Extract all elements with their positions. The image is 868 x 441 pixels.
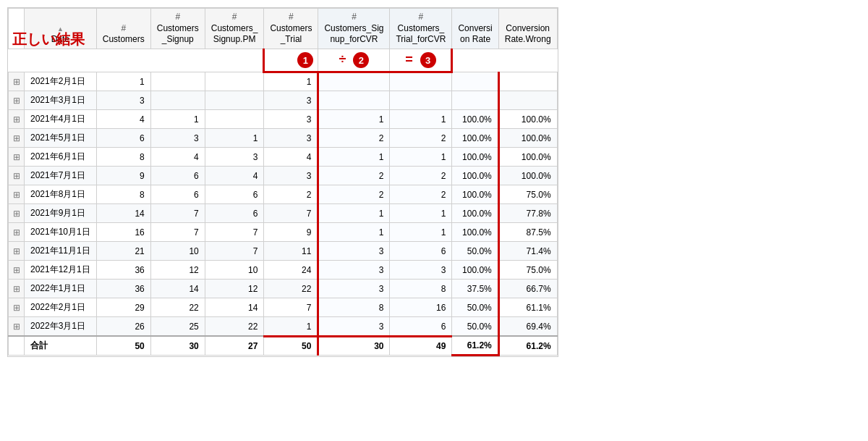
expander-cell[interactable]: ⊞: [9, 129, 25, 148]
expander-cell[interactable]: ⊞: [9, 280, 25, 298]
expander-cell[interactable]: ⊞: [9, 148, 25, 167]
date-cell: 2022年3月1日: [25, 317, 97, 337]
data-cell: 14: [96, 204, 150, 223]
expander-cell[interactable]: ⊞: [9, 185, 25, 204]
expander-cell[interactable]: ⊞: [9, 72, 25, 91]
data-cell: 12: [205, 280, 264, 298]
data-cell: 3: [205, 148, 264, 167]
data-cell: 37.5%: [452, 280, 498, 298]
data-cell: 7: [264, 298, 318, 317]
data-cell: 3: [318, 317, 390, 337]
expander-cell[interactable]: ⊞: [9, 298, 25, 317]
total-row: 合計 50 30 27 50 30 49 61.2% 61.2%: [9, 336, 558, 356]
data-cell: 3: [264, 129, 318, 148]
expander-cell[interactable]: ⊞: [9, 317, 25, 337]
data-cell: 3: [318, 261, 390, 280]
data-cell: [390, 91, 452, 110]
correct-label: 正しい結果: [12, 30, 85, 49]
data-cell: 1: [318, 148, 390, 167]
data-cell: 87.5%: [498, 223, 557, 242]
data-cell: 21: [96, 242, 150, 261]
data-cell: 2: [318, 129, 390, 148]
expander-cell[interactable]: ⊞: [9, 261, 25, 280]
date-cell: 2021年5月1日: [25, 129, 97, 148]
data-cell: 22: [205, 317, 264, 337]
data-cell: 100.0%: [498, 167, 557, 185]
data-cell: 3: [318, 280, 390, 298]
table-row: ⊞2021年12月1日3612102433100.0%75.0%: [9, 261, 558, 280]
date-cell: 2021年6月1日: [25, 148, 97, 167]
main-container: 正しい結果 ▲ Date # Customers # Customers _Si…: [7, 7, 558, 357]
data-cell: 7: [205, 223, 264, 242]
expander-cell[interactable]: ⊞: [9, 91, 25, 110]
data-cell: 9: [264, 223, 318, 242]
data-cell: 2: [390, 185, 452, 204]
data-cell: 6: [205, 185, 264, 204]
expander-cell[interactable]: ⊞: [9, 167, 25, 185]
col-customers-signup-pm-header[interactable]: # Customers_ Signup.PM: [205, 9, 264, 49]
data-cell: 1: [96, 72, 150, 91]
data-cell: 16: [96, 223, 150, 242]
date-cell: 2021年7月1日: [25, 167, 97, 185]
col-conversion-rate-wrong-header[interactable]: Conversion Rate.Wrong: [498, 9, 557, 49]
data-cell: 77.8%: [498, 204, 557, 223]
data-cell: 100.0%: [452, 110, 498, 129]
formula-row: 1 ÷ 2 = 3: [9, 49, 558, 72]
data-cell: 4: [96, 110, 150, 129]
data-cell: 22: [150, 298, 205, 317]
col-customers-signup-header[interactable]: # Customers _Signup: [150, 9, 205, 49]
total-signup: 30: [150, 336, 205, 356]
table-row: ⊞2021年8月1日866222100.0%75.0%: [9, 185, 558, 204]
col-customers-trial-header[interactable]: # Customers _Trial: [264, 9, 318, 49]
expander-cell[interactable]: ⊞: [9, 204, 25, 223]
table-row: ⊞2021年7月1日964322100.0%100.0%: [9, 167, 558, 185]
data-cell: [390, 72, 452, 91]
data-cell: 6: [150, 185, 205, 204]
data-cell: 16: [390, 298, 452, 317]
total-trial-cvr: 49: [390, 336, 452, 356]
data-cell: 6: [390, 317, 452, 337]
data-cell: 1: [390, 204, 452, 223]
date-cell: 2021年12月1日: [25, 261, 97, 280]
expander-cell[interactable]: ⊞: [9, 223, 25, 242]
data-cell: 7: [150, 223, 205, 242]
table-row: ⊞2022年3月1日26252213650.0%69.4%: [9, 317, 558, 337]
data-cell: [318, 91, 390, 110]
date-cell: 2022年1月1日: [25, 280, 97, 298]
data-cell: [498, 72, 557, 91]
col-conversion-rate-header[interactable]: Conversi on Rate: [452, 9, 498, 49]
data-cell: 61.1%: [498, 298, 557, 317]
data-cell: 2: [318, 167, 390, 185]
data-cell: 14: [205, 298, 264, 317]
data-cell: 50.0%: [452, 298, 498, 317]
data-cell: 25: [150, 317, 205, 337]
total-conv-wrong: 61.2%: [498, 336, 557, 356]
formula-op2: =: [405, 52, 413, 67]
data-cell: 11: [264, 242, 318, 261]
data-cell: 1: [264, 317, 318, 337]
data-cell: 7: [205, 242, 264, 261]
data-cell: 1: [205, 129, 264, 148]
data-table: ▲ Date # Customers # Customers _Signup #…: [8, 8, 558, 356]
data-cell: 22: [264, 280, 318, 298]
data-cell: 3: [150, 129, 205, 148]
data-cell: 1: [390, 148, 452, 167]
header-row: ▲ Date # Customers # Customers _Signup #…: [9, 9, 558, 49]
table-row: ⊞2022年2月1日292214781650.0%61.1%: [9, 298, 558, 317]
col-customers-trial-cvr-header[interactable]: # Customers_ Trial_forCVR: [390, 9, 452, 49]
data-cell: 10: [205, 261, 264, 280]
date-cell: 2021年10月1日: [25, 223, 97, 242]
data-cell: 6: [205, 204, 264, 223]
data-cell: 2: [390, 167, 452, 185]
data-cell: 2: [264, 185, 318, 204]
data-cell: 100.0%: [452, 223, 498, 242]
expander-cell[interactable]: ⊞: [9, 110, 25, 129]
data-cell: 6: [390, 242, 452, 261]
data-cell: [205, 91, 264, 110]
expander-cell[interactable]: ⊞: [9, 242, 25, 261]
col-customers-header[interactable]: # Customers: [96, 9, 150, 49]
data-cell: 8: [390, 280, 452, 298]
data-cell: 69.4%: [498, 317, 557, 337]
data-cell: 1: [318, 223, 390, 242]
col-customers-signup-cvr-header[interactable]: # Customers_Sig nup_forCVR: [318, 9, 390, 49]
